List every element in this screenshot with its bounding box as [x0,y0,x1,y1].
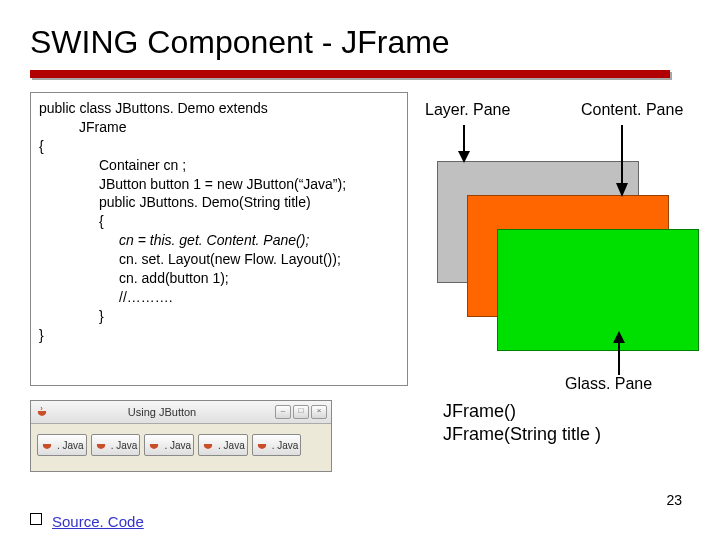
arrow-down-icon [455,123,473,163]
arrow-up-icon [610,331,628,375]
demo-titlebar: Using JButton – □ × [31,401,331,424]
demo-window-title: Using JButton [55,406,269,418]
demo-button[interactable]: . Java [252,434,302,456]
demo-button-label: . Java [57,440,84,451]
java-cup-icon [201,438,215,452]
window-buttons: – □ × [275,405,327,419]
java-cup-icon [255,438,269,452]
demo-button[interactable]: . Java [91,434,141,456]
layer-pane-label: Layer. Pane [425,101,510,119]
code-line: { [99,212,399,231]
bullet-icon [30,513,42,525]
code-line: //………. [119,288,399,307]
demo-button-label: . Java [218,440,245,451]
demo-button-label: . Java [164,440,191,451]
demo-window-body: . Java . Java . Java . Java . Java [31,424,331,466]
demo-window: Using JButton – □ × . Java . Java . Java [30,400,332,472]
page-title: SWING Component - JFrame [30,24,450,61]
glass-pane-label: Glass. Pane [565,375,652,393]
code-line: } [99,307,399,326]
code-box: public class JButtons. Demo extends JFra… [30,92,408,386]
code-line: public class JButtons. Demo extends [39,99,399,118]
code-line: Container cn ; [99,156,399,175]
demo-button[interactable]: . Java [198,434,248,456]
constructor-item: JFrame(String title ) [443,423,601,446]
maximize-icon[interactable]: □ [293,405,309,419]
content-pane-label: Content. Pane [581,101,683,119]
code-line: } [39,326,399,345]
panes-diagram: Layer. Pane Content. Pane Glass. Pane [415,95,705,390]
code-line: cn. add(button 1); [119,269,399,288]
glass-pane-box [497,229,699,351]
java-cup-icon [94,438,108,452]
slide: SWING Component - JFrame public class JB… [0,0,720,540]
arrow-down-icon [613,123,631,197]
java-cup-icon [147,438,161,452]
java-cup-icon [35,405,49,419]
page-number: 23 [666,492,682,508]
minimize-icon[interactable]: – [275,405,291,419]
svg-marker-1 [458,151,470,163]
close-icon[interactable]: × [311,405,327,419]
title-rule [30,70,670,78]
constructor-item: JFrame() [443,400,601,423]
demo-button[interactable]: . Java [37,434,87,456]
demo-button-label: . Java [272,440,299,451]
code-line: { [39,137,399,156]
constructor-list: JFrame() JFrame(String title ) [443,400,601,447]
code-line: JButton button 1 = new JButton(“Java”); [99,175,399,194]
code-line: public JButtons. Demo(String title) [99,193,399,212]
code-line-highlight: cn = this. get. Content. Pane(); [119,231,399,250]
java-cup-icon [40,438,54,452]
code-line: cn. set. Layout(new Flow. Layout()); [119,250,399,269]
code-line: JFrame [79,118,399,137]
demo-button[interactable]: . Java [144,434,194,456]
svg-marker-3 [616,183,628,197]
source-code-link[interactable]: Source. Code [52,513,144,530]
demo-button-label: . Java [111,440,138,451]
